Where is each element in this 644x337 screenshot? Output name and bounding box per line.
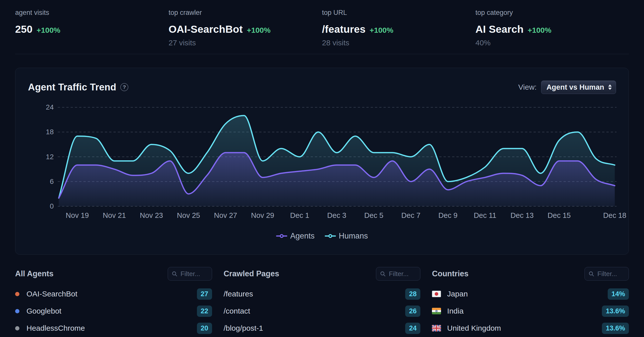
count-badge: 28 <box>405 288 420 300</box>
x-axis-tick: Nov 19 <box>66 211 89 220</box>
help-icon[interactable]: ? <box>120 83 128 91</box>
x-axis-tick: Dec 7 <box>401 211 421 220</box>
x-axis-tick: Nov 27 <box>214 211 237 220</box>
stat-delta-badge: +100% <box>247 26 271 35</box>
count-badge: 14% <box>608 288 629 300</box>
dashboard-page: agent visits 250 +100% top crawler OAI-S… <box>0 0 644 337</box>
stat-card: top crawler OAI-SearchBot +100% 27 visit… <box>169 9 322 47</box>
panel-title: All Agents <box>15 269 53 278</box>
list-item[interactable]: /features 28 <box>224 285 421 302</box>
list-item[interactable]: HeadlessChrome 20 <box>15 320 212 337</box>
list-item[interactable]: OAI-SearchBot 27 <box>15 285 212 302</box>
legend-label: Agents <box>290 231 315 241</box>
x-axis-tick: Dec 15 <box>548 211 571 220</box>
stat-delta-badge: +100% <box>370 26 393 35</box>
list-item-label: Japan <box>447 290 468 298</box>
count-badge: 20 <box>197 323 212 334</box>
x-axis-tick: Dec 9 <box>438 211 458 220</box>
y-axis-tick: 18 <box>36 128 54 136</box>
list-item[interactable]: Googlebot 22 <box>15 302 212 320</box>
list-item-label: /features <box>224 290 253 298</box>
legend-label: Humans <box>339 231 368 241</box>
list-item-label: India <box>447 307 463 315</box>
filter-input-box[interactable] <box>168 267 212 281</box>
legend-item-humans[interactable]: Humans <box>325 231 368 241</box>
stat-delta-badge: +100% <box>528 26 551 35</box>
count-badge: 24 <box>405 323 420 334</box>
stat-value: 250 <box>15 23 33 35</box>
count-badge: 13.6% <box>602 323 629 334</box>
stat-subvalue: 40% <box>476 38 629 47</box>
view-label: View: <box>518 83 537 91</box>
list-item-label: United Kingdom <box>447 324 501 332</box>
stat-label: top category <box>476 9 629 17</box>
count-badge: 26 <box>405 306 420 317</box>
flag-uk-icon <box>432 325 441 331</box>
view-control: View: Agent vs Human <box>518 81 616 94</box>
search-icon <box>380 271 386 277</box>
chart-card: Agent Traffic Trend ? View: Agent vs Hum… <box>15 68 629 255</box>
panel-rows: /features 28 /contact 26 /blog/post-1 24 <box>224 285 421 337</box>
divider <box>15 54 629 54</box>
x-axis-tick: Dec 11 <box>474 211 496 220</box>
x-axis-tick: Dec 1 <box>290 211 309 220</box>
view-select[interactable]: Agent vs Human <box>541 81 616 94</box>
panel-rows: OAI-SearchBot 27 Googlebot 22 HeadlessCh… <box>15 285 212 337</box>
traffic-chart-svg[interactable] <box>58 104 618 215</box>
x-axis-tick: Dec 3 <box>327 211 346 220</box>
stat-label: agent visits <box>15 9 169 17</box>
legend-item-agents[interactable]: Agents <box>276 231 315 241</box>
list-item-label: Googlebot <box>26 307 61 315</box>
panel-title: Crawled Pages <box>224 269 279 278</box>
agent-dot-icon <box>15 326 19 330</box>
list-item[interactable]: United Kingdom 13.6% <box>432 320 629 337</box>
view-select-value: Agent vs Human <box>546 83 604 91</box>
filter-input-box[interactable] <box>376 267 420 281</box>
x-axis-tick: Dec 13 <box>511 211 534 220</box>
x-axis-tick: Dec 18 <box>603 211 626 220</box>
y-axis-tick: 12 <box>36 153 54 161</box>
select-arrows-icon <box>608 84 612 90</box>
stat-subvalue: 27 visits <box>169 38 322 47</box>
stat-subvalue: 28 visits <box>322 38 476 47</box>
stat-label: top crawler <box>169 9 322 17</box>
list-item[interactable]: /contact 26 <box>224 302 421 320</box>
count-badge: 27 <box>197 288 212 300</box>
stat-card: agent visits 250 +100% <box>15 9 169 47</box>
count-badge: 22 <box>197 306 212 317</box>
list-item[interactable]: Japan 14% <box>432 285 629 302</box>
list-item-label: HeadlessChrome <box>26 324 85 332</box>
stat-value: AI Search <box>476 23 524 35</box>
y-axis-tick: 6 <box>36 178 54 185</box>
legend-marker-icon <box>276 234 287 238</box>
filter-input-box[interactable] <box>584 267 629 281</box>
panel-header: All Agents <box>15 266 212 281</box>
filter-input[interactable] <box>597 270 626 278</box>
chart-card-header: Agent Traffic Trend ? View: Agent vs Hum… <box>28 80 616 94</box>
x-axis-tick: Nov 21 <box>103 211 126 220</box>
panel-header: Crawled Pages <box>224 266 421 281</box>
traffic-chart: 06121824 Nov 19Nov 21Nov 23Nov 25Nov 27N… <box>28 94 616 245</box>
x-axis-tick: Nov 25 <box>177 211 200 220</box>
stat-delta-badge: +100% <box>37 26 60 35</box>
list-item[interactable]: India 13.6% <box>432 302 629 320</box>
flag-india-icon <box>432 308 441 314</box>
filter-input[interactable] <box>180 270 209 278</box>
stat-value: OAI-SearchBot <box>169 23 243 35</box>
list-item[interactable]: /blog/post-1 24 <box>224 320 421 337</box>
stats-row: agent visits 250 +100% top crawler OAI-S… <box>0 0 644 47</box>
chart-title-wrap: Agent Traffic Trend ? <box>28 82 128 93</box>
filter-input[interactable] <box>388 270 417 278</box>
stat-label: top URL <box>322 9 476 17</box>
panel-header: Countries <box>432 266 629 281</box>
search-icon <box>588 271 594 277</box>
flag-japan-icon <box>432 291 441 297</box>
x-axis-tick: Dec 5 <box>364 211 384 220</box>
x-axis-tick: Nov 29 <box>251 211 274 220</box>
search-icon <box>171 271 178 277</box>
agent-dot-icon <box>15 292 19 296</box>
x-axis-tick: Nov 23 <box>140 211 163 220</box>
y-axis-tick: 0 <box>36 203 54 210</box>
panel: Crawled Pages /features 28 /contact 26 /… <box>224 266 421 337</box>
stat-card: top URL /features +100% 28 visits <box>322 9 476 47</box>
